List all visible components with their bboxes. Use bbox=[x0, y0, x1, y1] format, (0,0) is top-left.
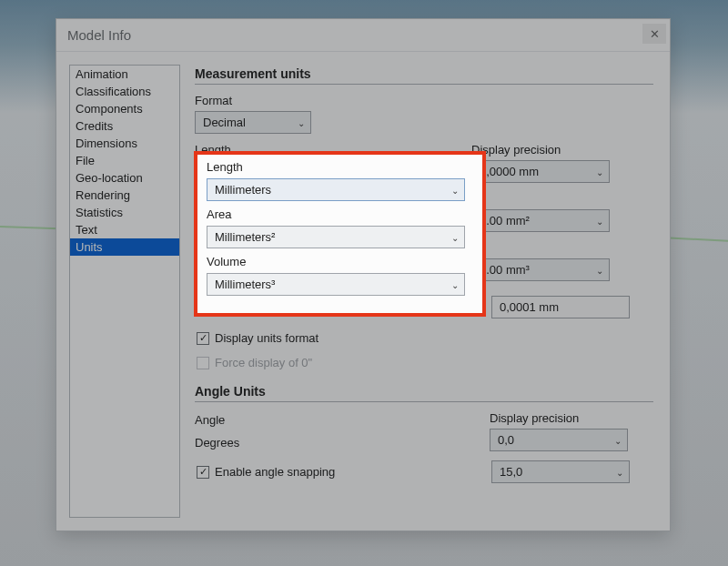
sidebar-item-geo-location[interactable]: Geo-location bbox=[70, 169, 179, 187]
volume-select[interactable]: Millimeters³ ⌄ bbox=[195, 258, 453, 281]
volume-label: Volume bbox=[195, 241, 453, 255]
units-panel: Measurement units Format Decimal ⌄ Lengt… bbox=[191, 65, 657, 518]
sidebar-item-text[interactable]: Text bbox=[70, 221, 179, 238]
chevron-down-icon: ⌄ bbox=[616, 467, 623, 477]
chevron-down-icon: ⌄ bbox=[440, 216, 447, 226]
enable-angle-snapping-label: Enable angle snapping bbox=[215, 465, 335, 479]
checkbox-icon: ✓ bbox=[197, 466, 209, 479]
volume-value: Millimeters³ bbox=[203, 263, 263, 277]
area-label: Area bbox=[195, 192, 453, 206]
volume-precision-field: 0.00 mm³ ⌄ bbox=[471, 258, 610, 281]
length-snapping-input[interactable]: 0,0001 mm bbox=[491, 296, 630, 318]
model-info-dialog: Model Info ✕ Animation Classifications C… bbox=[56, 18, 671, 531]
sidebar-item-label: Geo-location bbox=[76, 171, 143, 185]
sidebar-item-statistics[interactable]: Statistics bbox=[70, 204, 179, 221]
length-snapping-value: 0,0001 mm bbox=[500, 300, 559, 314]
display-precision-label: Display precision bbox=[471, 143, 610, 157]
checkbox-icon bbox=[197, 357, 209, 369]
sidebar-item-label: Dimensions bbox=[76, 136, 137, 150]
volume-precision-select[interactable]: 0.00 mm³ ⌄ bbox=[471, 258, 610, 281]
angle-units-header: Angle Units bbox=[195, 382, 653, 402]
sidebar-item-label: Units bbox=[76, 240, 103, 254]
close-button[interactable]: ✕ bbox=[642, 24, 666, 44]
length-snapping-row: ✓ Enable length snapping 0,0001 mm bbox=[195, 296, 653, 318]
length-value: Millimeters bbox=[203, 165, 259, 178]
sidebar-item-dimensions[interactable]: Dimensions bbox=[70, 135, 179, 152]
volume-precision-value: 0.00 mm³ bbox=[480, 263, 530, 277]
chevron-down-icon: ⌄ bbox=[596, 265, 603, 275]
sidebar-item-animation[interactable]: Animation bbox=[70, 66, 179, 83]
sidebar-item-components[interactable]: Components bbox=[70, 100, 179, 117]
sidebar-item-label: Classifications bbox=[76, 85, 151, 98]
area-precision-field: 0.00 mm² ⌄ bbox=[471, 209, 610, 232]
chevron-down-icon: ⌄ bbox=[596, 216, 603, 226]
chevron-down-icon: ⌄ bbox=[440, 167, 447, 177]
category-sidebar: Animation Classifications Components Cre… bbox=[69, 65, 180, 518]
length-precision-field: Display precision 0,0000 mm ⌄ bbox=[471, 143, 610, 183]
sidebar-item-label: Components bbox=[76, 102, 143, 116]
sidebar-item-label: Animation bbox=[76, 67, 128, 81]
window-title: Model Info bbox=[67, 27, 131, 43]
titlebar[interactable]: Model Info ✕ bbox=[56, 19, 670, 52]
length-row: Length Millimeters ⌄ Display precision 0… bbox=[195, 143, 653, 183]
format-value: Decimal bbox=[203, 116, 246, 129]
angle-label: Angle bbox=[195, 413, 471, 427]
length-label: Length bbox=[195, 143, 453, 157]
enable-length-snapping-checkbox[interactable]: ✓ Enable length snapping bbox=[197, 300, 473, 314]
area-precision-select[interactable]: 0.00 mm² ⌄ bbox=[471, 209, 610, 232]
sidebar-item-label: Statistics bbox=[76, 206, 123, 219]
sidebar-item-file[interactable]: File bbox=[70, 152, 179, 169]
angle-precision-field: Display precision 0,0 ⌄ bbox=[490, 411, 628, 451]
format-select[interactable]: Decimal ⌄ bbox=[195, 111, 311, 134]
checkbox-icon: ✓ bbox=[197, 332, 209, 345]
length-select[interactable]: Millimeters ⌄ bbox=[195, 160, 453, 183]
sidebar-item-label: Rendering bbox=[76, 188, 130, 202]
chevron-down-icon: ⌄ bbox=[440, 265, 447, 275]
sidebar-item-label: File bbox=[76, 154, 95, 167]
area-field: Area Millimeters² ⌄ bbox=[195, 192, 453, 232]
angle-row: Angle Degrees Display precision 0,0 ⌄ bbox=[195, 411, 653, 451]
chevron-down-icon: ⌄ bbox=[596, 167, 603, 177]
sidebar-item-rendering[interactable]: Rendering bbox=[70, 187, 179, 204]
angle-snapping-value: 15,0 bbox=[500, 465, 522, 479]
angle-precision-value: 0,0 bbox=[498, 433, 514, 447]
sidebar-item-credits[interactable]: Credits bbox=[70, 117, 179, 135]
enable-length-snapping-label: Enable length snapping bbox=[215, 300, 339, 314]
format-field: Format Decimal ⌄ bbox=[195, 94, 653, 134]
volume-row: Volume Millimeters³ ⌄ 0.00 mm³ ⌄ bbox=[195, 241, 653, 281]
checkbox-icon: ✓ bbox=[197, 301, 209, 314]
angle-snapping-row: ✓ Enable angle snapping 15,0 ⌄ bbox=[195, 460, 653, 483]
angle-value: Degrees bbox=[195, 436, 471, 450]
volume-field: Volume Millimeters³ ⌄ bbox=[195, 241, 453, 281]
format-label: Format bbox=[195, 94, 653, 107]
length-precision-value: 0,0000 mm bbox=[480, 165, 539, 178]
dialog-body: Animation Classifications Components Cre… bbox=[56, 52, 670, 531]
length-precision-select[interactable]: 0,0000 mm ⌄ bbox=[471, 160, 610, 183]
angle-field: Angle Degrees bbox=[195, 413, 471, 451]
sidebar-item-label: Credits bbox=[76, 119, 113, 133]
angle-precision-label: Display precision bbox=[490, 411, 628, 425]
angle-snapping-select[interactable]: 15,0 ⌄ bbox=[491, 460, 630, 483]
chevron-down-icon: ⌄ bbox=[614, 435, 622, 445]
display-units-format-checkbox[interactable]: ✓ Display units format bbox=[197, 331, 653, 345]
angle-precision-select[interactable]: 0,0 ⌄ bbox=[490, 429, 628, 451]
force-display-checkbox: Force display of 0" bbox=[197, 356, 653, 369]
display-units-format-label: Display units format bbox=[215, 331, 318, 345]
measurement-units-header: Measurement units bbox=[195, 65, 653, 85]
close-icon: ✕ bbox=[650, 27, 660, 41]
sidebar-item-units[interactable]: Units bbox=[70, 238, 179, 256]
sidebar-item-classifications[interactable]: Classifications bbox=[70, 83, 179, 100]
area-row: Area Millimeters² ⌄ 0.00 mm² ⌄ bbox=[195, 192, 653, 232]
area-select[interactable]: Millimeters² ⌄ bbox=[195, 209, 453, 232]
length-field: Length Millimeters ⌄ bbox=[195, 143, 453, 183]
force-display-label: Force display of 0" bbox=[215, 356, 312, 369]
area-precision-value: 0.00 mm² bbox=[480, 214, 530, 227]
enable-angle-snapping-checkbox[interactable]: ✓ Enable angle snapping bbox=[197, 465, 473, 479]
chevron-down-icon: ⌄ bbox=[298, 117, 305, 127]
area-value: Millimeters² bbox=[203, 214, 263, 227]
sidebar-item-label: Text bbox=[76, 223, 97, 237]
